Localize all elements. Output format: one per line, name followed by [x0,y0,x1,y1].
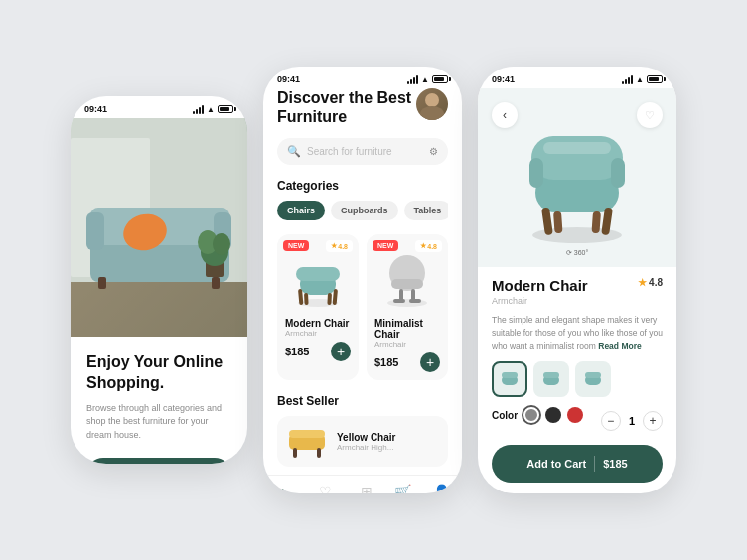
color-label: Color [492,410,518,421]
product-card-1[interactable]: NEW ★4.8 Mod [277,234,359,380]
status-time-3: 09:41 [492,74,515,84]
nav-scan[interactable]: ⊞ Scan [359,484,374,493]
product-footer-2: $185 + [374,352,440,372]
tagline: Enjoy Your Online Shopping. [86,352,231,394]
svg-rect-31 [289,430,325,438]
detail-category: Armchair [492,296,663,306]
status-bar-2: 09:41 ▲ [263,67,462,88]
signal-icon [193,105,204,114]
svg-rect-47 [543,372,559,378]
quantity-value: 1 [629,415,635,427]
cart-nav-icon: 🛒 [394,484,411,493]
categories-label: Categories [277,179,448,193]
svg-point-11 [213,233,230,255]
read-more-link[interactable]: Read More [598,341,641,350]
user-avatar[interactable] [416,88,448,120]
svg-rect-32 [293,448,297,458]
best-seller-label: Best Seller [277,394,448,408]
thumbnail-3[interactable] [575,361,611,397]
room-illustration [71,118,247,337]
svg-rect-39 [611,158,625,188]
products-grid: NEW ★4.8 Mod [277,234,448,380]
color-swatch-dark[interactable] [545,407,561,423]
hero-image [71,118,247,337]
quantity-decrease-button[interactable]: − [601,411,621,431]
add-to-cart-btn-2[interactable]: + [420,352,440,372]
home-header: Discover the Best Furniture [277,88,448,126]
svg-rect-12 [98,277,106,289]
status-icons-2: ▲ [407,75,448,84]
back-button[interactable]: ‹ [492,102,518,128]
rating-star: ★ [638,277,647,288]
get-started-button[interactable]: Get Started [86,458,231,464]
status-time-2: 09:41 [277,74,300,84]
color-swatch-gray[interactable] [523,407,539,423]
svg-rect-38 [529,158,543,188]
category-chip-tables[interactable]: Tables [404,201,448,220]
svg-point-14 [425,93,439,107]
thumbnail-2[interactable] [533,361,569,397]
svg-rect-45 [502,372,518,378]
best-seller-card[interactable]: Yellow Chair Armchair High... [277,416,448,467]
home-body: Discover the Best Furniture 🔍 Search for… [263,88,462,467]
battery-icon-2 [432,75,448,83]
battery-icon [218,105,233,113]
price-divider [594,456,595,472]
detail-rating: ★ 4.8 [638,277,663,288]
product-3d-view [508,108,647,247]
home-title: Discover the Best Furniture [277,88,411,126]
add-to-cart-btn-1[interactable]: + [331,342,351,361]
onboarding-content: Enjoy Your Online Shopping. Browse throu… [71,337,247,464]
status-icons-1: ▲ [193,105,233,114]
filter-icon[interactable]: ⚙ [429,146,438,157]
search-bar[interactable]: 🔍 Search for furniture ⚙ [277,138,448,165]
nav-favorite[interactable]: ♡ Favorite [313,484,338,493]
product-image-2 [374,242,440,312]
nav-cart[interactable]: 🛒 Cart [394,484,411,493]
product-category-1: Armchair [285,329,351,338]
product-image-1 [285,242,351,312]
svg-point-16 [298,299,338,307]
wifi-icon-3: ▲ [636,75,644,84]
svg-rect-43 [591,211,601,234]
svg-rect-28 [393,299,405,303]
svg-rect-0 [71,277,247,337]
svg-rect-33 [317,448,321,458]
status-icons-3: ▲ [622,75,663,84]
nav-home[interactable]: ⌂ Home [273,484,292,493]
quantity-increase-button[interactable]: + [643,411,663,431]
color-swatch-red[interactable] [567,407,583,423]
new-badge-2: NEW [373,240,398,251]
detail-description: The simple and elegant shape makes it ve… [492,314,663,351]
thumbnail-1[interactable] [492,361,527,397]
signal-icon-2 [407,75,418,84]
cart-price: $185 [603,458,627,470]
svg-rect-37 [543,142,611,154]
best-seller-info: Yellow Chair Armchair High... [337,432,395,452]
svg-rect-42 [553,211,563,234]
view-360-label[interactable]: 360° [566,249,588,257]
svg-rect-21 [304,293,309,305]
onboarding-description: Browse through all categories and shop t… [86,402,231,443]
category-chip-chairs[interactable]: Chairs [277,201,325,220]
quantity-control: − 1 + [601,411,663,431]
favorite-nav-icon: ♡ [319,484,332,493]
detail-body: Modern Chair ★ 4.8 Armchair The simple a… [478,267,676,492]
svg-point-15 [420,106,444,120]
nav-profile[interactable]: 👤 Profile [432,484,452,493]
detail-header: Modern Chair ★ 4.8 [492,277,663,294]
battery-icon-3 [647,75,663,83]
best-seller-image [287,424,327,459]
status-time-1: 09:41 [84,104,107,114]
category-chip-cupboards[interactable]: Cupboards [331,201,398,220]
home-nav-icon: ⌂ [278,484,286,493]
wishlist-button[interactable]: ♡ [637,102,663,128]
product-card-2[interactable]: NEW ★4.8 Minimalist Chair [367,234,448,380]
search-placeholder: Search for furniture [307,146,423,157]
color-selector: Color [492,407,583,423]
signal-icon-3 [622,75,633,84]
add-to-cart-button[interactable]: Add to Cart $185 [492,445,663,483]
search-icon: 🔍 [287,145,301,158]
new-badge-1: NEW [283,240,309,251]
profile-nav-icon: 👤 [433,484,450,493]
